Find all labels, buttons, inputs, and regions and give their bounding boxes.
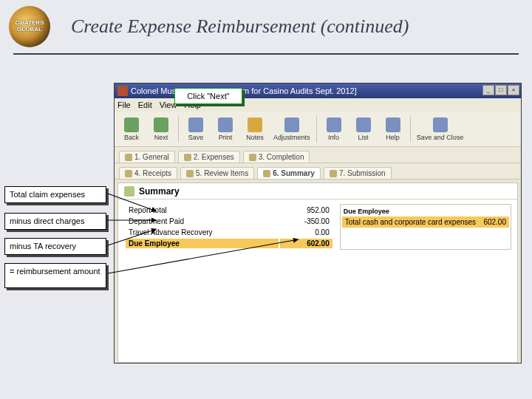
submit-icon (330, 170, 337, 177)
adjustments-button[interactable]: Adjustments (270, 113, 313, 146)
app-icon (117, 86, 128, 96)
callout-click-next: Click "Next" (174, 88, 242, 104)
window-controls: _ □ × (482, 85, 519, 95)
summary-body: Report total 952.00 Department Paid -350… (118, 200, 517, 254)
tab-expenses[interactable]: 2. Expenses (178, 151, 240, 163)
title-rule (13, 53, 519, 55)
toolbar-separator (316, 116, 317, 143)
annot-direct-charges: minus direct charges (4, 213, 106, 230)
logo-line2: GLOBAL (17, 26, 42, 33)
row-report-total: Report total 952.00 (126, 205, 332, 215)
back-button[interactable]: Back (117, 113, 146, 146)
receipt-icon (125, 170, 132, 177)
summary-icon (124, 186, 134, 197)
maximize-button[interactable]: □ (495, 85, 507, 95)
tab-row-2: 4. Receipts 5. Review Items 6. Summary 7… (115, 163, 521, 180)
annot-total-claim: Total claim expenses (4, 186, 106, 203)
next-button[interactable]: Next (147, 113, 175, 146)
save-close-icon (433, 117, 448, 132)
annot-reimbursement: = reimbursement amount (4, 263, 106, 288)
close-button[interactable]: × (508, 85, 519, 95)
slide-title: Create Expense Reimbursement (continued) (71, 16, 409, 38)
print-icon (218, 117, 233, 132)
minimize-button[interactable]: _ (482, 85, 494, 95)
slide-header: CalATERS GLOBAL Create Expense Reimburse… (0, 0, 532, 53)
row-ta-recovery: Travel Advance Recovery 0.00 (126, 228, 332, 237)
tab-submission[interactable]: 7. Submission (324, 167, 392, 179)
tab-summary[interactable]: 6. Summary (257, 167, 321, 179)
save-icon (188, 117, 203, 132)
expense-window: Colonel Mustard [Expense Claim for Casin… (114, 83, 522, 364)
grid-icon (184, 154, 191, 161)
row-department-paid: Department Paid -350.00 (126, 216, 332, 226)
help-icon (386, 117, 400, 132)
info-icon (327, 117, 341, 132)
tab-review[interactable]: 5. Review Items (180, 167, 254, 179)
tab-receipts[interactable]: 4. Receipts (119, 167, 177, 179)
save-button[interactable]: Save (182, 113, 210, 146)
calaters-logo: CalATERS GLOBAL (9, 6, 50, 47)
info-button[interactable]: Info (320, 113, 348, 146)
annot-ta-recovery: minus TA recovery (4, 238, 106, 255)
check-icon (249, 154, 256, 161)
row-due-employee: Due Employee 602.00 (126, 239, 332, 248)
doc-icon (125, 154, 132, 161)
toolbar-separator (178, 116, 179, 143)
back-icon (124, 117, 139, 132)
save-close-button[interactable]: Save and Close (414, 113, 467, 146)
totals-table: Report total 952.00 Department Paid -350… (124, 204, 334, 250)
toolbar-separator (410, 116, 411, 143)
print-button[interactable]: Print (211, 113, 239, 146)
logo-line1: CalATERS (16, 19, 44, 26)
list-button[interactable]: List (349, 113, 378, 146)
help-button[interactable]: Help (379, 113, 407, 146)
notes-icon (248, 117, 262, 132)
next-icon (154, 117, 168, 132)
summary-icon (263, 170, 270, 177)
due-employee-box: Due Employee Total cash and corporate ca… (340, 204, 511, 250)
summary-title: Summary (139, 186, 180, 197)
list-icon (356, 117, 371, 132)
menu-edit[interactable]: Edit (138, 100, 152, 109)
notes-button[interactable]: Notes (241, 113, 269, 146)
tab-completion[interactable]: 3. Completion (243, 151, 310, 163)
menu-file[interactable]: File (117, 100, 131, 109)
tab-row-1: 1. General 2. Expenses 3. Completion (115, 147, 521, 163)
summary-header: Summary (118, 183, 517, 200)
review-icon (186, 170, 194, 177)
tab-general[interactable]: 1. General (119, 151, 175, 163)
adjust-icon (284, 117, 299, 132)
due-employee-header: Due Employee (342, 206, 509, 216)
window-title: Colonel Mustard [Expense Claim for Casin… (131, 86, 357, 95)
summary-panel: Summary Report total 952.00 Department P… (117, 183, 518, 363)
toolbar: Back Next Save Print Notes Adjustments I… (115, 112, 521, 147)
due-employee-line: Total cash and corporate card expenses 6… (342, 216, 509, 228)
